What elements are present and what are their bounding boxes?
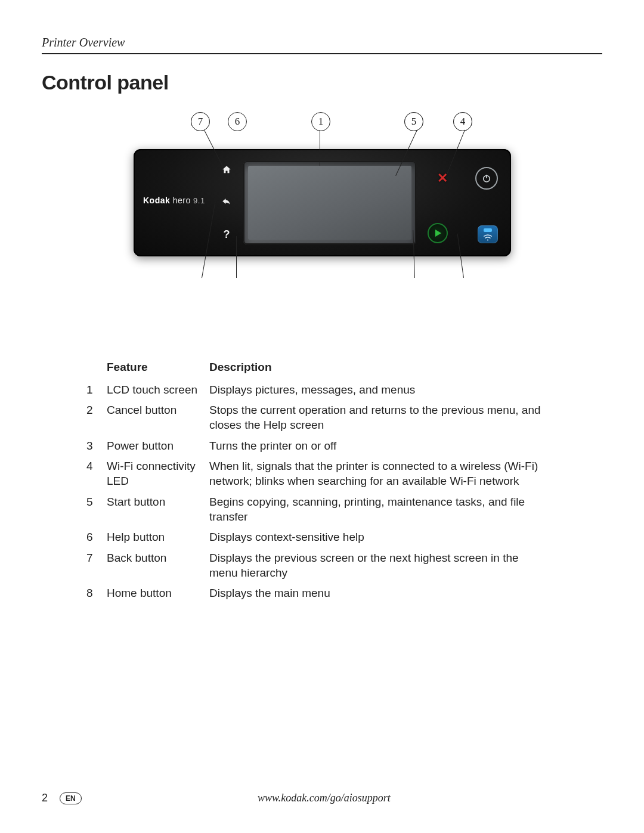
row-desc: Displays the previous screen or the next… (209, 548, 558, 583)
help-icon: ? (220, 228, 233, 241)
start-icon (428, 223, 448, 243)
page-title: Control panel (42, 71, 602, 94)
row-number: 8 (86, 583, 107, 604)
support-url: www.kodak.com/go/aiosupport (82, 792, 566, 804)
printer-panel: Kodak hero 9.1 ? ✕ (134, 149, 511, 256)
row-feature: Home button (107, 583, 209, 604)
feature-table: Feature Description 1LCD touch screenDis… (86, 357, 558, 604)
row-feature: Cancel button (107, 400, 209, 435)
power-icon (475, 167, 498, 190)
table-row: 5Start buttonBegins copying, scanning, p… (86, 492, 558, 527)
row-desc: Displays the main menu (209, 583, 558, 604)
row-desc: Begins copying, scanning, printing, main… (209, 492, 558, 527)
col-blank (86, 357, 107, 380)
row-desc: Displays context-sensitive help (209, 527, 558, 548)
page-footer: 2 EN www.kodak.com/go/aiosupport (42, 792, 602, 804)
callout-1: 1 (311, 112, 330, 131)
divider (42, 53, 602, 54)
lcd-screen (243, 161, 416, 244)
table-row: 8Home buttonDisplays the main menu (86, 583, 558, 604)
wifi-icon (478, 225, 498, 243)
row-feature: Power button (107, 436, 209, 457)
row-number: 1 (86, 380, 107, 401)
row-number: 3 (86, 436, 107, 457)
col-description: Description (209, 357, 558, 380)
table-row: 1LCD touch screenDisplays pictures, mess… (86, 380, 558, 401)
leader (320, 130, 320, 166)
callout-4: 4 (453, 112, 472, 131)
table-row: 6Help buttonDisplays context-sensitive h… (86, 527, 558, 548)
row-desc: When lit, signals that the printer is co… (209, 456, 558, 491)
row-number: 5 (86, 492, 107, 527)
callout-7: 7 (191, 112, 210, 131)
col-feature: Feature (107, 357, 209, 380)
leader (236, 236, 237, 278)
table-row: 4Wi-Fi connectivity LEDWhen lit, signals… (86, 456, 558, 491)
row-feature: LCD touch screen (107, 380, 209, 401)
row-desc: Stops the current operation and returns … (209, 400, 558, 435)
callout-5: 5 (404, 112, 423, 131)
row-number: 2 (86, 400, 107, 435)
row-feature: Help button (107, 527, 209, 548)
svg-point-2 (487, 239, 488, 240)
table-row: 7Back buttonDisplays the previous screen… (86, 548, 558, 583)
brand-label: Kodak hero 9.1 (143, 196, 205, 205)
section-header: Printer Overview (42, 36, 602, 49)
row-feature: Start button (107, 492, 209, 527)
row-feature: Back button (107, 548, 209, 583)
row-number: 4 (86, 456, 107, 491)
row-desc: Displays pictures, messages, and menus (209, 380, 558, 401)
row-number: 7 (86, 548, 107, 583)
page-number: 2 (42, 792, 60, 804)
row-number: 6 (86, 527, 107, 548)
row-feature: Wi-Fi connectivity LED (107, 456, 209, 491)
table-row: 3Power buttonTurns the printer on or off (86, 436, 558, 457)
language-badge: EN (60, 792, 82, 804)
back-icon (220, 196, 233, 209)
callout-6: 6 (228, 112, 247, 131)
table-row: 2Cancel buttonStops the current operatio… (86, 400, 558, 435)
control-panel-diagram: Kodak hero 9.1 ? ✕ (107, 112, 537, 303)
row-desc: Turns the printer on or off (209, 436, 558, 457)
